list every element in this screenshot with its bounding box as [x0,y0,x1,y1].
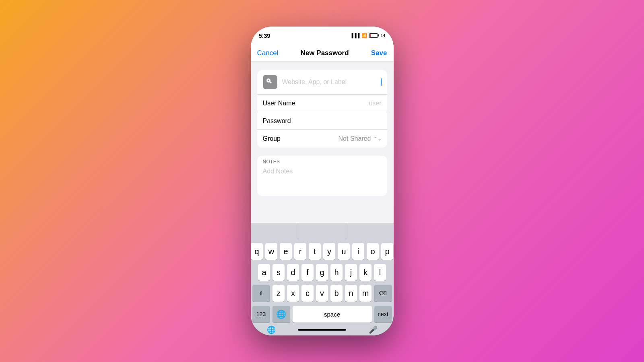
username-label: User Name [263,100,369,107]
key-n[interactable]: n [345,285,357,302]
key-e[interactable]: e [280,243,292,260]
section-separator [251,148,394,156]
phone-screen: 5:39 ▐▐▐ 📶 14 Cancel New Password Save [251,27,394,335]
key-l[interactable]: l [374,264,386,281]
form-card: User Name user Password Group Not Shared… [257,70,387,148]
chevron-icon: ⌃⌄ [374,136,382,142]
keyboard-row-3: ⇧ z x c v b n m ⌫ [252,285,392,302]
key-p[interactable]: p [381,243,393,260]
key-o[interactable]: o [367,243,379,260]
keyboard-row-1: q w e r t y u i o p [252,243,392,260]
mic-icon[interactable]: 🎤 [369,325,378,334]
key-svg [266,78,274,86]
key-s[interactable]: s [272,264,285,281]
content-area: User Name user Password Group Not Shared… [251,62,394,223]
group-label: Group [263,135,339,142]
predictive-item-3[interactable] [346,223,394,240]
keyboard: q w e r t y u i o p a s d f g h j k [251,240,394,324]
signal-icon: ▐▐▐ [350,33,359,38]
emoji-key[interactable]: 🌐 [272,306,290,323]
key-v[interactable]: v [316,285,328,302]
key-d[interactable]: d [287,264,299,281]
shift-key[interactable]: ⇧ [252,285,270,302]
save-button[interactable]: Save [371,49,387,57]
key-u[interactable]: u [338,243,350,260]
battery-percent: 14 [380,33,385,38]
next-key[interactable]: next [374,306,392,323]
key-k[interactable]: k [359,264,372,281]
key-z[interactable]: z [272,285,285,302]
notes-input[interactable] [257,166,387,194]
keyboard-row-2: a s d f g h j k l [252,264,392,281]
wifi-icon: 📶 [361,33,367,38]
text-cursor [381,78,382,86]
keyboard-bottom-row: 123 🌐 space next [252,306,392,323]
phone-shell: 5:39 ▐▐▐ 📶 14 Cancel New Password Save [251,27,394,335]
key-g[interactable]: g [316,264,328,281]
numbers-key[interactable]: 123 [252,306,270,323]
status-bar: 5:39 ▐▐▐ 📶 14 [251,27,394,44]
key-b[interactable]: b [330,285,343,302]
space-key[interactable]: space [293,306,372,323]
delete-key[interactable]: ⌫ [374,285,392,302]
status-time: 5:39 [259,32,270,39]
key-i[interactable]: i [352,243,364,260]
key-h[interactable]: h [330,264,343,281]
password-label: Password [263,117,382,125]
username-row: User Name user [257,95,387,112]
predictive-item-2[interactable] [298,223,346,240]
username-placeholder[interactable]: user [369,100,381,107]
key-w[interactable]: w [265,243,277,260]
key-j[interactable]: j [345,264,357,281]
key-y[interactable]: y [323,243,335,260]
battery-icon [369,33,378,38]
notes-label: NOTES [257,156,387,166]
key-t[interactable]: t [309,243,321,260]
globe-icon[interactable]: 🌐 [267,325,276,334]
key-c[interactable]: c [301,285,314,302]
cancel-button[interactable]: Cancel [257,49,279,57]
password-row: Password [257,112,387,130]
key-f[interactable]: f [301,264,314,281]
website-input[interactable] [282,78,380,86]
key-q[interactable]: q [251,243,263,260]
key-r[interactable]: r [294,243,306,260]
key-m[interactable]: m [359,285,372,302]
notes-section: NOTES [257,156,387,196]
predictive-bar [251,223,394,240]
predictive-item-1[interactable] [251,223,299,240]
key-x[interactable]: x [287,285,299,302]
nav-bar: Cancel New Password Save [251,44,394,62]
website-row [257,70,387,95]
home-indicator-bar: 🌐 🎤 [251,324,394,335]
key-a[interactable]: a [258,264,270,281]
group-value[interactable]: Not Shared ⌃⌄ [339,135,382,142]
group-row[interactable]: Group Not Shared ⌃⌄ [257,130,387,148]
page-title: New Password [301,49,349,57]
home-bar [298,329,346,331]
status-icons: ▐▐▐ 📶 14 [350,33,386,38]
key-icon [263,75,277,89]
